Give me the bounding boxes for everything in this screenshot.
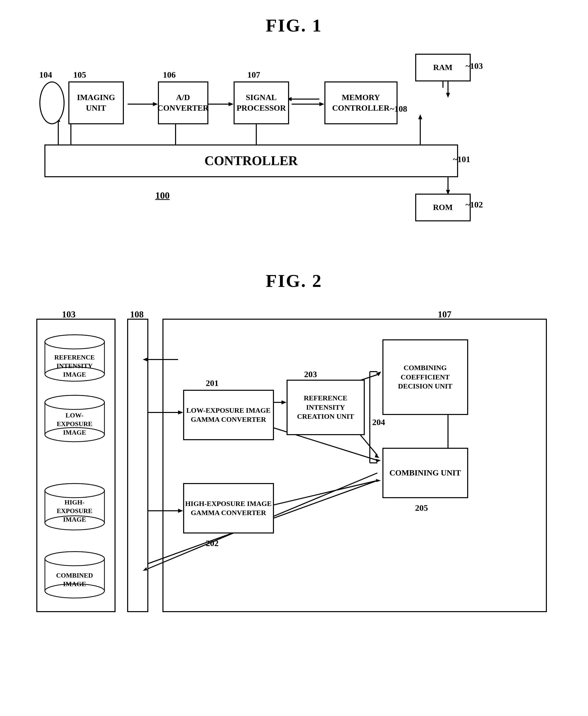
svg-marker-43 <box>376 479 381 482</box>
ref108: ~108 <box>390 104 407 114</box>
ref105: 105 <box>74 70 86 80</box>
ram-box: RAM <box>415 54 471 82</box>
ref104: 104 <box>39 70 52 80</box>
svg-marker-20 <box>418 114 422 119</box>
fig2-arrows <box>29 304 559 632</box>
ref107: 107 <box>248 70 260 80</box>
fig2-ref107: 107 <box>438 309 451 320</box>
combining-coefficient-box: COMBINING COEFFICIENT DECISION UNIT <box>382 339 468 415</box>
svg-marker-33 <box>143 357 148 362</box>
combining-unit-box: COMBINING UNIT <box>382 448 468 498</box>
fig2-ref202: 202 <box>206 539 219 548</box>
svg-rect-27 <box>163 319 546 612</box>
svg-marker-9 <box>446 93 450 98</box>
lens-oval <box>39 82 65 124</box>
ref106: 106 <box>163 70 176 80</box>
reference-intensity-creation-box: REFERENCE INTENSITY CREATION UNIT <box>287 380 365 435</box>
svg-marker-29 <box>178 410 183 414</box>
imaging-unit-box: IMAGING UNIT <box>68 82 124 124</box>
fig2-ref103: 103 <box>62 309 76 320</box>
svg-marker-3 <box>229 102 234 106</box>
svg-rect-26 <box>128 319 148 612</box>
ref100: 100 <box>155 190 170 201</box>
svg-point-59 <box>45 395 104 409</box>
fig2-diagram: 103 108 107 REFERENCEINTENSITYIMAGE LOW-… <box>29 304 559 632</box>
fig2-ref205: 205 <box>415 503 428 513</box>
svg-marker-48 <box>143 567 147 571</box>
memory-controller-box: MEMORY CONTROLLER <box>324 82 398 124</box>
svg-marker-1 <box>153 102 158 106</box>
high-exposure-gamma-box: HIGH-EXPOSURE IMAGE GAMMA CONVERTER <box>183 483 274 534</box>
ref101: ~101 <box>453 155 470 164</box>
fig2-ref204: 204 <box>372 417 385 427</box>
fig1-diagram: 104 IMAGING UNIT 105 A/D CONVERTER 106 S… <box>29 49 559 245</box>
high-exposure-image-cylinder: HIGH-EXPOSUREIMAGE <box>43 483 106 531</box>
reference-intensity-image-cylinder: REFERENCEINTENSITYIMAGE <box>43 334 106 382</box>
svg-point-67 <box>45 551 104 566</box>
svg-marker-41 <box>376 459 381 462</box>
controller-box: CONTROLLER <box>44 145 458 177</box>
svg-marker-31 <box>178 509 183 513</box>
fig2-ref203: 203 <box>304 370 317 379</box>
svg-marker-5 <box>319 102 324 106</box>
low-exposure-gamma-box: LOW-EXPOSURE IMAGE GAMMA CONVERTER <box>183 390 274 440</box>
ref103: ~103 <box>466 61 483 71</box>
svg-marker-37 <box>376 372 381 376</box>
ad-converter-box: A/D CONVERTER <box>158 82 208 124</box>
fig2-title: FIG. 2 <box>20 270 568 291</box>
rom-box: ROM <box>415 194 471 221</box>
svg-point-63 <box>45 483 104 498</box>
svg-marker-35 <box>281 400 287 405</box>
svg-marker-39 <box>375 454 379 458</box>
low-exposure-image-cylinder: LOW-EXPOSUREIMAGE <box>43 395 106 443</box>
signal-processor-box: SIGNAL PROCESSOR <box>234 82 289 124</box>
ref102: ~102 <box>466 200 483 210</box>
svg-point-55 <box>45 335 104 349</box>
fig2-ref108: 108 <box>130 309 144 320</box>
fig1-title: FIG. 1 <box>20 15 568 36</box>
fig2-ref201: 201 <box>206 378 219 388</box>
combined-image-cylinder: COMBINEDIMAGE <box>43 551 106 599</box>
